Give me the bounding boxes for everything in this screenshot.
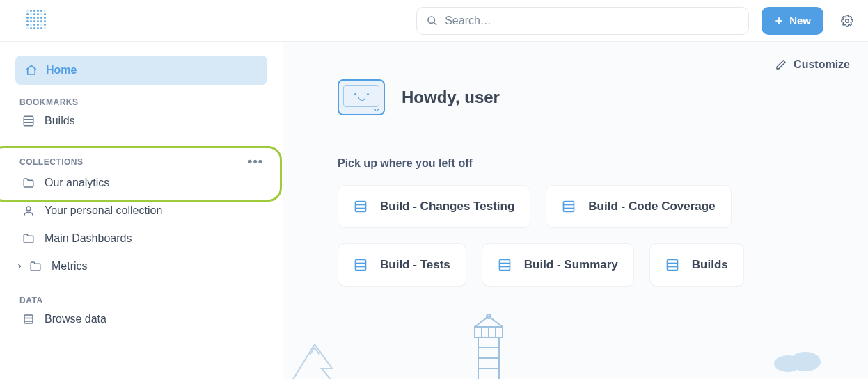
svg-rect-5 [24,116,33,126]
plus-icon [774,16,784,26]
dashboard-icon [562,200,576,213]
svg-rect-28 [475,327,503,337]
svg-point-37 [790,352,821,371]
person-icon [22,204,36,217]
svg-rect-9 [24,315,33,323]
sidebar-item-label: Your personal collection [45,204,162,217]
sidebar-item-main-dashboards[interactable]: Main Dashboards [15,225,267,252]
sidebar: Home BOOKMARKS Builds COLLECTIONS ••• Ou… [0,42,283,379]
search-input[interactable] [445,15,739,27]
sidebar-item-personal-collection[interactable]: Your personal collection [15,197,267,225]
sidebar-item-label: Home [46,64,77,76]
main-content: Customize Howdy, user Pick up where you … [283,42,868,379]
folder-icon [29,260,43,273]
svg-rect-12 [356,202,366,212]
sidebar-item-label: Main Dashboards [45,232,132,245]
collections-more-button[interactable]: ••• [248,154,263,169]
search-box[interactable] [416,7,749,35]
recent-card[interactable]: Build - Changes Testing [338,185,530,228]
sidebar-item-browse-data[interactable]: Browse data [15,305,267,333]
folder-icon [22,232,36,245]
card-label: Build - Changes Testing [380,200,514,213]
lighthouse-illustration [457,309,520,379]
recent-card[interactable]: Builds [649,243,744,287]
sidebar-item-builds[interactable]: Builds [15,107,267,135]
sidebar-item-label: Browse data [45,313,106,325]
dashboard-icon [665,258,679,272]
svg-point-32 [487,314,491,318]
new-button-label: New [789,15,811,26]
sidebar-section-collections: COLLECTIONS ••• [15,154,267,169]
svg-rect-24 [667,260,677,271]
dashboard-icon [22,115,36,127]
svg-line-1 [434,22,436,25]
dashboard-icon [354,258,368,272]
mountain-illustration [283,330,360,379]
greeting: Howdy, user [283,42,868,115]
chevron-right-icon [15,262,25,271]
dashboard-icon [498,258,512,272]
cloud-illustration [771,344,826,372]
sidebar-item-label: Builds [45,115,75,127]
recent-card[interactable]: Build - Code Coverage [546,185,731,228]
svg-rect-21 [499,260,510,271]
recent-card[interactable]: Build - Tests [338,243,466,287]
recent-cards: Build - Changes Testing Build - Code Cov… [283,170,798,287]
svg-rect-15 [564,202,574,212]
card-label: Builds [692,258,728,272]
sidebar-item-label: Our analytics [45,177,109,189]
card-label: Build - Summary [524,258,618,272]
sidebar-item-our-analytics[interactable]: Our analytics [15,169,267,197]
svg-point-8 [26,207,31,211]
svg-rect-27 [478,337,499,379]
sidebar-section-data: DATA [15,296,267,305]
pickup-heading: Pick up where you left off [283,115,868,170]
new-button[interactable]: New [762,7,823,35]
svg-point-0 [428,17,434,23]
svg-point-4 [846,19,849,22]
settings-button[interactable] [839,13,855,29]
sidebar-item-metrics[interactable]: Metrics [15,252,267,280]
sidebar-item-label: Metrics [52,260,88,273]
dashboard-icon [354,200,368,213]
search-icon [427,15,438,26]
card-label: Build - Code Coverage [588,200,715,213]
svg-point-36 [774,355,802,372]
greeting-text: Howdy, user [402,88,500,107]
customize-button[interactable]: Customize [775,58,850,71]
pencil-icon [775,59,787,70]
customize-label: Customize [794,58,850,71]
folder-icon [22,177,36,189]
sidebar-section-bookmarks: BOOKMARKS [15,97,267,107]
sidebar-item-home[interactable]: Home [15,56,267,85]
home-icon [25,64,38,76]
top-bar: New [0,0,868,42]
svg-rect-18 [356,260,366,271]
recent-card[interactable]: Build - Summary [482,243,634,287]
app-logo[interactable] [26,10,49,32]
database-icon [22,313,36,325]
metabot-icon [338,79,385,115]
card-label: Build - Tests [380,258,450,272]
gear-icon [841,15,853,27]
